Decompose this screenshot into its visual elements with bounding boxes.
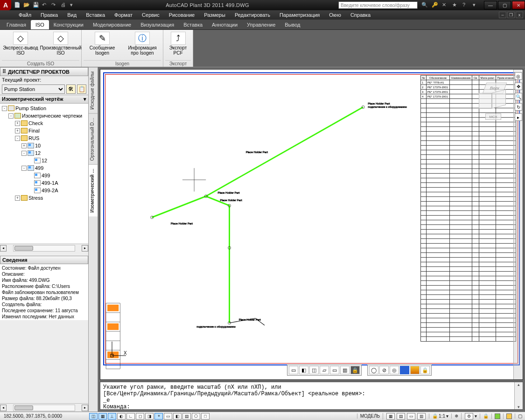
tree-twisty[interactable]: - <box>15 136 20 141</box>
redo-icon[interactable]: ↷ <box>51 2 58 8</box>
quickview-drawings-icon[interactable]: ▤ <box>397 413 405 420</box>
tree-label[interactable]: Check <box>28 119 43 127</box>
menu-help[interactable]: Справка <box>346 11 375 19</box>
subscription-icon[interactable]: 🔑 <box>432 2 438 8</box>
menu-draw[interactable]: Рисование <box>164 11 199 19</box>
scroll-thumb[interactable] <box>14 246 33 251</box>
nav-pan-icon[interactable]: ✥ <box>515 83 522 90</box>
scroll-thumb[interactable] <box>14 406 33 410</box>
status-toggle[interactable]: ▭ <box>164 413 172 420</box>
status-toggle[interactable]: ⎔ <box>192 413 200 420</box>
exchange-icon[interactable]: ✕ <box>442 2 448 8</box>
layout-icon[interactable]: ▭ <box>330 366 339 374</box>
doc-restore-button[interactable]: ❐ <box>507 12 515 18</box>
export-pcf-button[interactable]: ⤴Экспорт PCF <box>165 31 191 60</box>
current-project-select[interactable]: Pump Station <box>2 84 65 94</box>
status-toggle[interactable]: ▦ <box>98 413 107 420</box>
nav-orbit-icon[interactable]: ↻ <box>515 103 522 111</box>
menu-view[interactable]: Вид <box>63 11 81 19</box>
status-toggle[interactable]: ⌖ <box>154 413 163 420</box>
ribbon-tab-annotate[interactable]: Аннотации <box>207 20 242 29</box>
menu-tools[interactable]: Сервис <box>137 11 164 19</box>
help-dropdown-icon[interactable]: ▾ <box>473 2 479 8</box>
annotation-scale[interactable]: 🔒 1:1 ▾ <box>429 413 451 419</box>
maximize-button[interactable]: ▢ <box>498 1 511 9</box>
ribbon-tab-home[interactable]: Главная <box>2 20 31 29</box>
chevron-down-icon[interactable]: ▾ <box>84 96 86 102</box>
ribbon-tab-insert[interactable]: Вставка <box>179 20 207 29</box>
menu-window[interactable]: Окно <box>324 11 346 19</box>
project-tree[interactable]: -Pump Station-Изометрические чертежи+Che… <box>0 104 88 244</box>
doc-minimize-button[interactable]: – <box>499 12 506 18</box>
leftcol-bottom-scrollbar[interactable]: ◂ ▸ <box>0 403 88 412</box>
tree-label[interactable]: 12 <box>42 157 47 164</box>
tree-label[interactable]: Изометрические чертежи <box>22 112 82 119</box>
production-iso-button[interactable]: ◇Производственный ISO <box>42 31 79 60</box>
minimize-button[interactable]: — <box>484 1 497 9</box>
tree-label[interactable]: RUS <box>28 134 39 142</box>
tree-twisty[interactable]: - <box>21 166 27 171</box>
tree-scrollbar[interactable]: ◂ ▸ <box>0 244 88 252</box>
tree-twisty[interactable]: + <box>15 196 20 201</box>
menu-edit[interactable]: Правка <box>36 11 63 19</box>
layout-icon[interactable]: ▥ <box>340 366 350 374</box>
drawing-canvas[interactable]: Place Holder Part Place Holder Part Plac… <box>100 69 523 380</box>
panel-grip-icon[interactable]: ⠿ <box>2 69 6 75</box>
layout-lock-icon[interactable]: 🔒 <box>350 366 360 374</box>
doc-close-button[interactable]: x <box>516 12 523 18</box>
isogen-message-button[interactable]: ✎Сообщение Isogen <box>84 31 121 60</box>
vs-icon[interactable]: ◎ <box>390 366 399 374</box>
quick-iso-button[interactable]: ◇Экспресс-вывод ISO <box>2 31 39 60</box>
scroll-left-icon[interactable]: ◂ <box>0 245 7 252</box>
details-header[interactable]: Сведения <box>0 256 88 264</box>
tree-label[interactable]: Final <box>28 127 40 134</box>
layout-icon[interactable]: ▥ <box>417 413 426 420</box>
scroll-left-icon[interactable]: ◂ <box>0 405 7 411</box>
ribbon-tab-visualize[interactable]: Визуализация <box>136 20 179 29</box>
scroll-right-icon[interactable]: ▸ <box>82 405 88 411</box>
app-logo[interactable]: A <box>0 0 11 10</box>
ribbon-tab-modeling[interactable]: Моделирование <box>88 20 136 29</box>
menu-file[interactable]: Файл <box>14 11 36 19</box>
tree-twisty[interactable]: + <box>15 128 20 133</box>
ribbon-tab-manage[interactable]: Управление <box>242 20 280 29</box>
qat-dropdown-icon[interactable]: ▾ <box>70 2 77 8</box>
gear-icon[interactable]: ⚙ <box>465 413 473 420</box>
layout-icon[interactable]: ◫ <box>309 366 319 374</box>
model-space-button[interactable]: МОДЕЛЬ <box>357 413 383 419</box>
project-tool1-icon[interactable]: 🛠 <box>66 84 76 94</box>
isolate-objects[interactable] <box>503 413 515 419</box>
vs-icon[interactable] <box>410 366 420 374</box>
status-toggle[interactable]: ◫ <box>89 413 98 420</box>
scroll-right-icon[interactable]: ▸ <box>82 245 88 252</box>
commandline-text[interactable]: Укажите угол рамки, введите масштаб (nX … <box>100 382 514 409</box>
tree-label[interactable]: 10 <box>35 142 41 149</box>
layout-icon[interactable]: ◧ <box>299 366 308 374</box>
ribbon-tab-iso[interactable]: ISO <box>31 20 49 29</box>
help-icon[interactable]: ? <box>462 2 469 8</box>
close-button[interactable]: ✕ <box>512 1 525 9</box>
quickview-layouts-icon[interactable]: ▦ <box>386 413 395 420</box>
annotation-visibility[interactable]: ✵ <box>451 413 461 419</box>
viewcube-front[interactable] <box>479 93 492 109</box>
tree-twisty[interactable]: + <box>15 121 20 126</box>
workspace-switch[interactable]: ⚙▾ <box>461 413 480 420</box>
status-toggle[interactable]: ▤ <box>182 413 191 420</box>
layout-icon[interactable]: ▱ <box>320 366 329 374</box>
status-toggle[interactable]: ◐ <box>117 413 126 420</box>
search-icon[interactable]: 🔍 <box>421 2 428 8</box>
menu-dimension[interactable]: Размеры <box>199 11 230 19</box>
infocenter-search[interactable]: Введите ключевое слово/фразу <box>338 1 418 9</box>
project-tool2-icon[interactable]: 📋 <box>77 84 86 94</box>
favorite-icon[interactable]: ★ <box>452 2 459 8</box>
new-icon[interactable]: 📄 <box>14 2 21 8</box>
side-tab-iso[interactable]: Изометрический … <box>89 164 98 217</box>
status-toggle[interactable]: ◻ <box>136 413 144 420</box>
commandline-scrollbar[interactable]: ▴▾ <box>514 382 523 409</box>
menu-insert[interactable]: Вставка <box>81 11 110 19</box>
tree-label[interactable]: 499-1A <box>42 179 58 187</box>
side-tab-source[interactable]: Исходные файлы <box>89 67 98 113</box>
status-toggle[interactable]: ◨ <box>145 413 154 420</box>
tree-label[interactable]: 499-2A <box>42 187 58 194</box>
clean-screen[interactable]: ▢ <box>515 413 525 419</box>
